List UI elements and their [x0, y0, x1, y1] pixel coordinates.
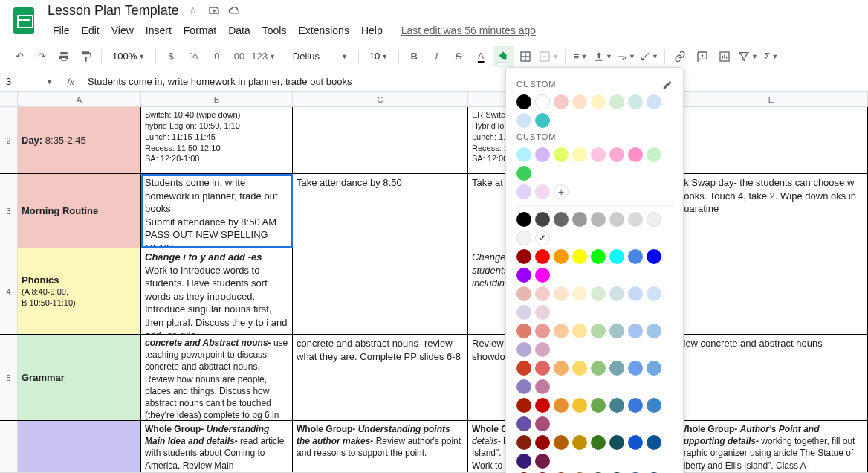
menu-data[interactable]: Data: [223, 22, 256, 39]
color-swatch[interactable]: [535, 268, 550, 283]
color-swatch[interactable]: [535, 231, 550, 245]
color-swatch[interactable]: [554, 94, 569, 109]
color-swatch[interactable]: [554, 212, 569, 227]
color-swatch[interactable]: [535, 147, 550, 162]
font-size-dropdown[interactable]: 10▼: [363, 46, 394, 67]
cell-c3[interactable]: Take attendance by 8:50: [293, 174, 468, 248]
color-swatch[interactable]: [535, 324, 550, 338]
color-swatch[interactable]: [535, 212, 550, 227]
color-swatch[interactable]: [516, 166, 531, 181]
rotate-button[interactable]: ▼: [638, 46, 660, 67]
color-swatch[interactable]: [572, 286, 587, 301]
color-swatch[interactable]: [591, 286, 606, 301]
cell-e6[interactable]: Whole Group- Author's Point and supporti…: [675, 421, 868, 472]
print-button[interactable]: [54, 46, 74, 67]
color-swatch[interactable]: [628, 212, 643, 227]
last-edit-link[interactable]: Last edit was 56 minutes ago: [401, 25, 536, 36]
color-swatch[interactable]: [647, 435, 661, 450]
cell-a6[interactable]: [18, 421, 141, 472]
strikethrough-button[interactable]: S: [448, 46, 469, 67]
comment-button[interactable]: [692, 46, 713, 67]
cell-b6[interactable]: Whole Group- Understanding Main Idea and…: [141, 421, 293, 472]
move-icon[interactable]: [207, 4, 221, 17]
color-swatch[interactable]: [554, 398, 569, 413]
color-swatch[interactable]: [609, 361, 624, 376]
row-header-5[interactable]: 5: [0, 335, 18, 420]
cell-b5[interactable]: concrete and Abstract nouns- use teachin…: [141, 335, 293, 420]
color-swatch[interactable]: [628, 398, 643, 413]
color-swatch[interactable]: [572, 212, 587, 227]
color-swatch[interactable]: [572, 249, 587, 264]
fill-color-button[interactable]: [493, 46, 514, 67]
color-swatch[interactable]: [609, 398, 624, 413]
functions-button[interactable]: Σ▼: [761, 46, 782, 67]
color-swatch[interactable]: [516, 416, 531, 431]
color-swatch[interactable]: [516, 286, 531, 301]
menu-extensions[interactable]: Extensions: [293, 22, 354, 39]
color-swatch[interactable]: [554, 435, 569, 450]
color-swatch[interactable]: [516, 324, 531, 338]
cell-e2[interactable]: [675, 107, 868, 173]
color-swatch[interactable]: [535, 184, 550, 199]
color-swatch[interactable]: [609, 435, 624, 450]
undo-button[interactable]: ↶: [9, 46, 30, 67]
color-swatch[interactable]: [628, 147, 643, 162]
paint-format-button[interactable]: [76, 46, 97, 67]
cell-c5[interactable]: concrete and abstract nouns- review what…: [293, 335, 468, 420]
color-swatch[interactable]: [516, 342, 531, 357]
color-swatch[interactable]: [516, 305, 531, 320]
color-swatch[interactable]: [535, 398, 550, 413]
row-header-3[interactable]: 3: [0, 174, 18, 248]
color-swatch[interactable]: [516, 454, 531, 469]
menu-format[interactable]: Format: [178, 22, 221, 39]
color-swatch[interactable]: [535, 94, 550, 109]
color-swatch[interactable]: [535, 416, 550, 431]
cell-e5[interactable]: view concrete and abstract nouns: [675, 335, 868, 420]
menu-file[interactable]: File: [48, 22, 75, 39]
menu-help[interactable]: Help: [356, 22, 388, 39]
increase-decimal-button[interactable]: .00: [227, 46, 248, 67]
menu-view[interactable]: View: [106, 22, 139, 39]
menu-insert[interactable]: Insert: [140, 22, 177, 39]
color-swatch[interactable]: [628, 286, 643, 301]
edit-custom-icon[interactable]: [662, 80, 673, 91]
cell-e3[interactable]: ok Swap day- the students can choose w b…: [675, 174, 868, 248]
text-color-button[interactable]: A: [470, 46, 491, 67]
wrap-button[interactable]: ▼: [615, 46, 637, 67]
color-swatch[interactable]: [572, 147, 587, 162]
color-swatch[interactable]: [535, 454, 550, 469]
cloud-icon[interactable]: [228, 4, 242, 17]
color-swatch[interactable]: [591, 435, 606, 450]
color-swatch[interactable]: [609, 286, 624, 301]
color-swatch[interactable]: [516, 379, 531, 394]
color-swatch[interactable]: [516, 435, 531, 450]
col-header-a[interactable]: A: [18, 92, 141, 106]
color-swatch[interactable]: [591, 324, 606, 338]
color-swatch[interactable]: [572, 94, 587, 109]
v-align-button[interactable]: ▼: [592, 46, 614, 67]
color-swatch[interactable]: [572, 435, 587, 450]
link-button[interactable]: [670, 46, 690, 67]
color-swatch[interactable]: [554, 361, 569, 376]
doc-title[interactable]: Lesson Plan Template: [48, 3, 179, 19]
color-swatch[interactable]: [647, 147, 661, 162]
font-dropdown[interactable]: Delius▼: [287, 46, 354, 67]
h-align-button[interactable]: ≡▼: [570, 46, 591, 67]
cell-b2[interactable]: Switch: 10:40 (wipe down) hybrid Log on:…: [141, 107, 293, 173]
more-formats-button[interactable]: 123▼: [250, 46, 277, 67]
add-custom-color[interactable]: +: [554, 184, 569, 199]
color-swatch[interactable]: [516, 398, 531, 413]
color-swatch[interactable]: [647, 324, 661, 338]
color-swatch[interactable]: [516, 249, 531, 264]
color-swatch[interactable]: [628, 94, 643, 109]
color-swatch[interactable]: [647, 212, 661, 227]
color-swatch[interactable]: [647, 94, 661, 109]
color-swatch[interactable]: [647, 361, 661, 376]
color-swatch[interactable]: [554, 286, 569, 301]
color-swatch[interactable]: [591, 212, 606, 227]
color-swatch[interactable]: [516, 268, 531, 283]
color-swatch[interactable]: [535, 342, 550, 357]
zoom-dropdown[interactable]: 100%▼: [106, 46, 151, 67]
color-swatch[interactable]: [535, 379, 550, 394]
redo-button[interactable]: ↷: [31, 46, 52, 67]
